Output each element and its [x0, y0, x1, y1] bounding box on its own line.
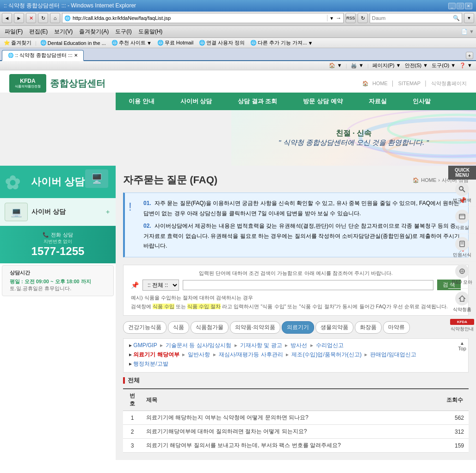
sub-active-item[interactable]: 의료기기 해당여부 [133, 351, 179, 358]
nav-cyber[interactable]: 사이버 상담 [167, 93, 225, 110]
sub-record[interactable]: 기재사항 및 광고 [240, 342, 282, 349]
hours-title: 상담시간 [10, 269, 106, 276]
cat-food[interactable]: 식품 [168, 321, 189, 334]
sub-menu-row2: ▸ 의료기기 해당여부 ▸ 일반사항 ▸ 재심사/재평가등 사후관리 ▸ 제조(… [129, 351, 463, 359]
home-toolbar-icon[interactable]: 🏠 ▼ [329, 62, 342, 68]
bookmark-more[interactable]: 🌐 다른 추가 기능 가져... ▼ [248, 39, 315, 47]
address-dropdown[interactable]: ▼ [329, 16, 334, 21]
site-header: KFDA 식품의약품안전청 종합상담센터 🏠 HOME │ SITEMAP │ … [0, 70, 476, 93]
tools-menu[interactable]: 도구(O) ▼ [432, 62, 456, 69]
section-label-text: 전체 [128, 376, 140, 385]
tab-favicon: 🌐 [8, 53, 13, 58]
consult-label[interactable]: 사이버 상담 [31, 208, 66, 216]
svg-line-6 [463, 190, 465, 192]
forward-button[interactable]: ► [14, 13, 24, 23]
monitor-symbol: 🖥️ [91, 173, 103, 184]
menu-file[interactable]: 파일(F) [2, 27, 25, 37]
sub-general[interactable]: 일반사항 [188, 351, 210, 358]
nav-greeting[interactable]: 인사말 [400, 93, 444, 110]
nav-usage[interactable]: 이용 안내 [116, 93, 167, 110]
faq-title-3[interactable]: 의료기기 해당여부 질의서를 보내고자 하는데, 부서와 팩스 번호를 알려주세… [142, 439, 441, 453]
sub-reexam[interactable]: 재심사/재평가등 사후관리 [219, 351, 283, 358]
go-button[interactable]: → [336, 15, 341, 21]
safety-menu[interactable]: 안전(S) ▼ [405, 62, 428, 69]
sub-gmp[interactable]: GMP/GIP [133, 342, 157, 349]
menu-view[interactable]: 보기(V) [51, 27, 75, 37]
nav-visit[interactable]: 방문 상담 예약 [290, 93, 355, 110]
nav-result[interactable]: 상담 결과 조회 [225, 93, 290, 110]
menu-bar: 파일(F) 편집(E) 보기(V) 즐겨찾기(A) 도구(I) 도움말(H) 📄… [0, 26, 476, 38]
cat-medicine[interactable]: 의약품·의약외품 [230, 321, 280, 334]
sub-tech[interactable]: 기술문서 등 심사/임상시험 [166, 342, 231, 349]
qm-library[interactable]: 자료실 [448, 207, 476, 234]
cat-health-food[interactable]: 건강기능식품 [123, 321, 167, 334]
print-icon[interactable]: 🖨️ ▼ [351, 62, 364, 68]
qm-kfda-home[interactable]: 식약청홈 [448, 289, 476, 316]
bookmark-hotmail[interactable]: 🌐 무료 Hotmail [155, 39, 195, 47]
bookmark-connect[interactable]: 🌐 연결 사용자 정의 [197, 39, 247, 47]
search-category-select[interactable]: :: 전체 :: [142, 280, 179, 291]
tab-close-button[interactable]: ✕ [74, 53, 78, 58]
breadcrumb-home[interactable]: HOME [421, 177, 436, 183]
bookmarks-button[interactable]: ⭐ 즐겨찾기 [2, 39, 33, 47]
nav-library[interactable]: 자료실 [356, 93, 400, 110]
menu-tools[interactable]: 도구(I) [112, 27, 134, 37]
menu-help[interactable]: 도움말(H) [136, 27, 166, 37]
add-icon[interactable]: ＋ [105, 208, 111, 216]
sub-sales[interactable]: 판매업/임대업신고 [370, 351, 416, 358]
menu-favorites[interactable]: 즐겨찾기(A) [76, 27, 111, 37]
bookmark-dental[interactable]: 🌐 Dental Education in the ... [38, 39, 108, 46]
sub-menu: ▸ GMP/GIP ▸ 기술문서 등 심사/임상시험 ▸ 기재사항 및 광고 ▸… [123, 338, 469, 373]
minimize-button[interactable]: _ [448, 3, 456, 9]
top-link-home[interactable]: HOME [372, 81, 388, 86]
maximize-button[interactable]: □ [457, 3, 464, 9]
qm-rnd-label: R&D 모아 [450, 279, 474, 286]
sub-admin[interactable]: 행정처분/고발 [133, 361, 168, 367]
qm-library-label: 자료실 [450, 224, 474, 231]
top-button[interactable]: ▲ Top [448, 339, 476, 353]
address-input[interactable] [73, 15, 325, 21]
qm-law-search[interactable]: 법규검색 [448, 180, 476, 207]
search-icon[interactable]: 🔍 [453, 15, 460, 21]
refresh2-button[interactable]: ↻ [358, 13, 368, 23]
divider1: │ [391, 81, 395, 86]
page-menu[interactable]: 페이지(P) ▼ [372, 62, 401, 69]
bookmark-recommend[interactable]: 🌐 추천 사이트 ▼ [110, 39, 154, 47]
qm-bottom-label: 식약청안내 [450, 326, 474, 332]
top-link-kfda[interactable]: 식약청홈페이지 [431, 80, 467, 87]
sub-repair[interactable]: 수리업신고 [316, 342, 344, 349]
browser-title: :: 식약청 종합상담센터 ::: - Windows Internet Exp… [4, 2, 136, 10]
col-title: 제목 [142, 389, 441, 411]
qm-civil[interactable]: 민원서식 [448, 234, 476, 261]
close-button[interactable]: ✕ [465, 3, 472, 9]
refresh-button[interactable]: ↻ [38, 13, 48, 23]
faq-title-2[interactable]: 의료기기해당여부에 대하여 질의하려면 절차는 어떻게 되는지요? [142, 425, 441, 439]
table-row: 1 의료기기에 해당하는지 여부는 식약청에 어떻게 문의하면 되나요? 562 [123, 411, 469, 425]
weekday-label: 평일 : 오전 09:00 ~ 오후 18:00 까지 [10, 279, 91, 284]
active-tab[interactable]: 🌐 :: 식약청 종합상담센터 ::: ✕ [2, 50, 84, 61]
cat-medical-device[interactable]: 의료기기 [282, 321, 314, 334]
faq-title-1[interactable]: 의료기기에 해당하는지 여부는 식약청에 어떻게 문의하면 되나요? [142, 411, 441, 425]
cat-cosmetics[interactable]: 화장품 [355, 321, 382, 334]
menu-edit[interactable]: 편집(E) [26, 27, 50, 37]
new-tab-button[interactable]: + [466, 52, 473, 59]
help-menu[interactable]: ❓ ▼ [459, 62, 472, 68]
cat-bio-medicine[interactable]: 생물의약품 [315, 321, 353, 334]
cat-drugs[interactable]: 마약류 [383, 321, 410, 334]
home-button[interactable]: ⌂ [50, 13, 60, 23]
qm-kfda-info[interactable]: KFDA 식약청안내 [448, 316, 476, 335]
page-header: 자주묻는 질문 (FAQ) 🏠 HOME › 사이버 상담 [123, 173, 469, 187]
back-button[interactable]: ◄ [2, 13, 12, 23]
search-keyword-input[interactable] [183, 280, 433, 290]
top-link-sitemap[interactable]: SITEMAP [398, 81, 420, 86]
sub-manufacture[interactable]: 제조(수입)업/품목허가(신고) [291, 351, 361, 358]
qm-law-label: 법규검색 [450, 197, 474, 204]
search-input[interactable] [372, 15, 453, 21]
rss-button[interactable]: RSS [346, 13, 356, 23]
cat-food-additive[interactable]: 식품첨가물 [191, 321, 229, 334]
top-links: 🏠 HOME │ SITEMAP │ 식약청홈페이지 [362, 80, 467, 87]
search-options-button[interactable]: ▼ [464, 13, 474, 23]
sub-radiation[interactable]: 방사선 [291, 342, 307, 349]
stop-button[interactable]: ✕ [26, 13, 36, 23]
qm-rnd[interactable]: R&D 모아 [448, 261, 476, 289]
